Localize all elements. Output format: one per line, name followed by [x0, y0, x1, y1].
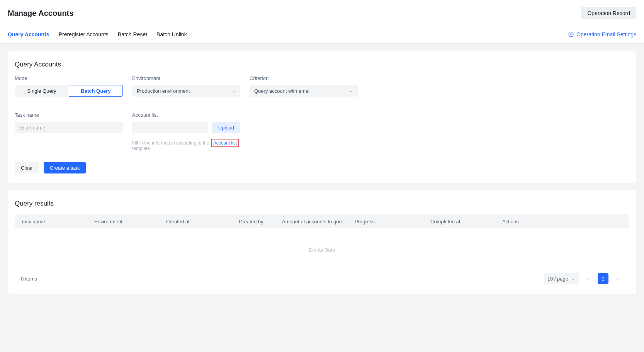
environment-label: Environment [132, 75, 240, 81]
col-completed-at: Completed at [430, 219, 502, 224]
query-results-card: Query results Task name Environment Crea… [8, 190, 636, 294]
page-size-select[interactable]: 10 / page ⌄ [544, 273, 579, 284]
gear-icon [568, 31, 574, 37]
results-table: Task name Environment Created at Created… [15, 214, 629, 268]
mode-field: Mode Single Query Batch Query [15, 75, 123, 97]
pager-prev[interactable]: ‹ [583, 273, 594, 284]
col-created-at: Created at [166, 219, 239, 224]
page-title: Manage Accounts [8, 9, 73, 18]
tab-preregister-accounts[interactable]: Preregister Accounts [59, 25, 109, 44]
col-environment: Environment [94, 219, 166, 224]
criterion-label: Criterion [250, 75, 358, 81]
environment-value: Production environment [137, 88, 190, 94]
chevron-down-icon: ⌄ [232, 88, 236, 94]
operation-email-settings-link[interactable]: Operation Email Settings [568, 31, 636, 37]
upload-button[interactable]: Upload [212, 122, 240, 133]
tab-query-accounts[interactable]: Query Accounts [8, 25, 49, 44]
create-task-button[interactable]: Create a task [44, 162, 86, 173]
query-results-title: Query results [15, 200, 629, 207]
task-name-label: Task name [15, 112, 123, 118]
mode-label: Mode [15, 75, 123, 81]
criterion-select[interactable]: Query account with email ⌄ [250, 85, 358, 97]
environment-field: Environment Production environment ⌄ [132, 75, 240, 97]
account-list-file-input[interactable] [132, 122, 208, 133]
environment-select[interactable]: Production environment ⌄ [132, 85, 240, 97]
results-table-header: Task name Environment Created at Created… [15, 214, 629, 228]
chevron-down-icon: ⌄ [571, 276, 575, 281]
task-name-field: Task name [15, 112, 123, 151]
tabs-bar: Query Accounts Preregister Accounts Batc… [0, 25, 644, 44]
svg-point-0 [570, 34, 572, 35]
body-area: Query Accounts Mode Single Query Batch Q… [0, 44, 644, 352]
col-progress: Progress [355, 219, 430, 224]
account-list-template-link[interactable]: Account list [211, 139, 239, 147]
mode-single-query[interactable]: Single Query [15, 85, 69, 97]
query-form-card: Query Accounts Mode Single Query Batch Q… [8, 51, 636, 183]
operation-email-settings-label: Operation Email Settings [576, 31, 636, 37]
task-name-input[interactable] [15, 122, 123, 133]
pager-next[interactable]: › [612, 273, 623, 284]
page-header: Manage Accounts Operation Record [0, 0, 644, 25]
col-task-name: Task name [21, 219, 94, 224]
operation-record-button[interactable]: Operation Record [581, 7, 636, 19]
account-list-hint: Fill in the information according to the… [132, 140, 240, 151]
account-list-field: Account list Upload Fill in the informat… [132, 112, 240, 151]
col-amount: Amount of accounts to que... [282, 219, 355, 224]
pagination: 10 / page ⌄ ‹ 1 › [544, 273, 623, 284]
clear-button[interactable]: Clear [15, 162, 39, 173]
tab-batch-unlink[interactable]: Batch Unlink [156, 25, 187, 44]
tab-batch-reset[interactable]: Batch Reset [118, 25, 147, 44]
mode-batch-query[interactable]: Batch Query [69, 85, 123, 97]
empty-data-message: Empty Data [15, 228, 629, 268]
criterion-value: Query account with email [254, 88, 311, 94]
items-count: 0 items [21, 276, 37, 282]
col-actions: Actions [502, 219, 623, 224]
criterion-field: Criterion Query account with email ⌄ [250, 75, 358, 97]
pager-page-1[interactable]: 1 [598, 273, 608, 284]
chevron-down-icon: ⌄ [349, 88, 353, 94]
col-created-by: Created by [239, 219, 282, 224]
mode-segmented: Single Query Batch Query [15, 85, 123, 97]
query-form-title: Query Accounts [15, 61, 629, 68]
account-list-label: Account list [132, 112, 240, 118]
table-footer: 0 items 10 / page ⌄ ‹ 1 › [15, 273, 629, 284]
